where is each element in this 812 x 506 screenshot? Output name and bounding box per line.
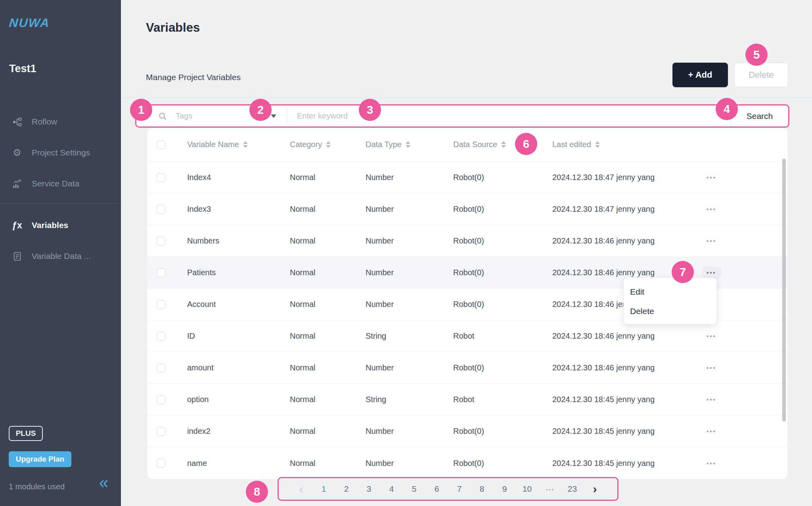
column-header-data-type: Data Type (366, 140, 402, 149)
cell-variable-name: ID (187, 332, 290, 341)
table-header-row: Variable Name Category Data Type Data So… (147, 128, 787, 162)
page-number[interactable]: 5 (403, 484, 425, 494)
cell-data-source: Robot(0) (453, 427, 552, 436)
select-all-checkbox[interactable] (157, 140, 165, 149)
cell-last-edited: 2024.12.30 18:47 jenny yang (552, 205, 679, 214)
table-row: amount Normal Number Robot(0) 2024.12.30… (147, 352, 787, 384)
cell-data-type: Number (366, 268, 453, 277)
cell-last-edited: 2024.12.30 18:45 jenny yang (552, 427, 679, 436)
row-checkbox[interactable] (157, 300, 165, 309)
annotation-badge-7: 7 (672, 261, 694, 283)
next-page-button[interactable]: › (584, 482, 606, 496)
row-checkbox[interactable] (157, 205, 165, 214)
row-checkbox[interactable] (157, 395, 165, 404)
search-icon (158, 112, 167, 121)
sidebar-item-project-settings[interactable]: ⚙ Project Settings (0, 142, 121, 163)
caret-down-icon[interactable] (271, 114, 276, 118)
sidebar-divider (0, 203, 121, 204)
sidebar-item-label: Variables (32, 220, 68, 230)
row-checkbox[interactable] (157, 332, 165, 341)
row-checkbox[interactable] (157, 427, 165, 436)
page-number[interactable]: 10 (516, 484, 538, 494)
annotation-badge-4: 4 (716, 98, 738, 120)
cell-variable-name: Index3 (187, 205, 290, 214)
page-number[interactable]: 2 (335, 484, 358, 494)
row-actions-button[interactable]: ••• (702, 171, 721, 184)
row-actions-button[interactable]: ••• (702, 425, 721, 437)
row-checkbox[interactable] (157, 459, 165, 468)
sidebar-item-variable-data[interactable]: Variable Data ... (0, 246, 121, 266)
cell-variable-name: Account (187, 300, 290, 309)
page-number[interactable]: 4 (380, 484, 403, 494)
table-row: index2 Normal Number Robot(0) 2024.12.30… (147, 416, 787, 447)
cell-variable-name: index2 (187, 427, 290, 436)
context-menu-delete[interactable]: Delete (624, 301, 716, 321)
add-button[interactable]: + Add (672, 63, 728, 87)
variables-page: NUWA Test1 Roflow ⚙ Project Settings (0, 0, 812, 506)
cell-data-source: Robot(0) (453, 459, 552, 468)
row-actions-button[interactable]: ••• (702, 330, 721, 342)
sidebar-item-service-data[interactable]: Service Data (0, 173, 121, 194)
sort-icon[interactable] (406, 141, 410, 148)
row-checkbox[interactable] (157, 237, 165, 245)
delete-button[interactable]: Delete (734, 63, 788, 87)
cell-category: Normal (290, 459, 366, 468)
row-checkbox[interactable] (157, 364, 165, 372)
annotation-badge-5: 5 (745, 44, 768, 66)
pagination: ‹ 1 2 3 4 5 6 7 8 9 10 ··· 23 › (278, 477, 619, 501)
cell-last-edited: 2024.12.30 18:46 jenny yang (552, 236, 679, 245)
keyword-input[interactable] (297, 111, 709, 121)
table-row: name Normal Number Robot(0) 2024.12.30 1… (147, 447, 787, 479)
cell-data-type: Number (366, 173, 453, 182)
row-actions-button[interactable]: ••• (702, 457, 721, 470)
page-number[interactable]: 9 (493, 484, 516, 494)
sort-icon[interactable] (595, 141, 600, 148)
page-number-last[interactable]: 23 (561, 484, 584, 494)
page-number[interactable]: 6 (425, 484, 448, 494)
row-actions-button[interactable]: ••• (702, 203, 721, 215)
cell-variable-name: Patients (187, 268, 290, 277)
cell-data-type: Number (366, 236, 453, 245)
page-number[interactable]: 8 (471, 484, 493, 494)
table-row: Index4 Normal Number Robot(0) 2024.12.30… (147, 162, 787, 194)
page-number-current[interactable]: 1 (312, 484, 335, 494)
cell-data-type: String (366, 332, 453, 341)
table-row: ID Normal String Robot 2024.12.30 18:46 … (147, 320, 787, 352)
cell-variable-name: amount (187, 363, 290, 372)
more-pages-ellipsis[interactable]: ··· (538, 484, 561, 494)
cell-last-edited: 2024.12.30 18:46 jenny yang (552, 268, 679, 277)
cell-variable-name: option (187, 395, 290, 404)
page-number[interactable]: 7 (448, 484, 471, 494)
vertical-scrollbar[interactable] (782, 159, 786, 422)
cell-category: Normal (290, 300, 366, 309)
column-header-category: Category (290, 140, 322, 149)
modules-used-text: 1 modules used (9, 482, 65, 491)
sort-icon[interactable] (243, 141, 248, 148)
cell-category: Normal (290, 268, 366, 277)
sidebar-item-roflow[interactable]: Roflow (0, 111, 121, 132)
page-subtitle: Manage Project Variables (146, 73, 241, 82)
search-button[interactable]: Search (731, 105, 788, 126)
cell-category: Normal (290, 427, 366, 436)
sort-icon[interactable] (326, 141, 331, 148)
row-actions-button[interactable]: ••• (702, 266, 721, 279)
sidebar-item-variables[interactable]: ƒx Variables (0, 215, 121, 236)
sort-icon[interactable] (501, 141, 506, 148)
cell-category: Normal (290, 363, 366, 372)
context-menu-edit[interactable]: Edit (624, 282, 716, 301)
sidebar: NUWA Test1 Roflow ⚙ Project Settings (0, 0, 121, 506)
prev-page-button[interactable]: ‹ (290, 482, 312, 496)
cell-data-source: Robot(0) (453, 205, 552, 214)
row-actions-button[interactable]: ••• (702, 393, 721, 406)
sidebar-item-label: Roflow (32, 117, 57, 126)
page-number[interactable]: 3 (358, 484, 380, 494)
row-actions-button[interactable]: ••• (702, 362, 721, 374)
row-checkbox[interactable] (157, 173, 165, 182)
upgrade-plan-button[interactable]: Upgrade Plan (9, 451, 71, 467)
row-actions-button[interactable]: ••• (702, 235, 721, 247)
collapse-sidebar-button[interactable]: « (99, 474, 108, 491)
cell-variable-name: Index4 (187, 173, 290, 182)
cell-last-edited: 2024.12.30 18:45 jenny yang (552, 459, 679, 468)
row-checkbox[interactable] (157, 268, 165, 277)
search-bar: Search (135, 104, 789, 128)
